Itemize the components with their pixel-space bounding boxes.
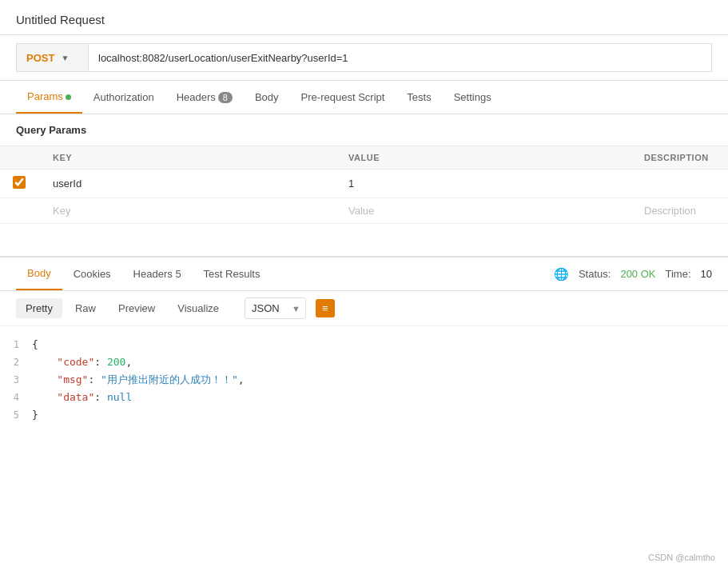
headers-badge: 8 <box>218 92 233 103</box>
response-tab-body[interactable]: Body <box>16 258 62 290</box>
placeholder-desc-cell[interactable]: Description <box>631 198 728 224</box>
json-type-select-wrap: JSON XML HTML Text ▼ <box>245 297 306 319</box>
table-row: userId 1 <box>0 170 728 198</box>
params-table: KEY VALUE DESCRIPTION userId 1 Key <box>0 146 728 224</box>
response-section: Body Cookies Headers 5 Test Results 🌐 St… <box>0 256 728 433</box>
response-tab-body-label: Body <box>27 267 51 279</box>
tab-headers-label: Headers <box>177 91 216 103</box>
code-line-3: 3 "msg": "用户推出附近的人成功！！", <box>0 371 728 389</box>
tab-body-label: Body <box>255 91 279 103</box>
code-area: 1 { 2 "code": 200, 3 "msg": "用户推出附近的人成功！… <box>0 326 728 433</box>
footer: CSDN @calmtho <box>648 553 715 562</box>
response-meta: 🌐 Status: 200 OK Time: 10 <box>554 267 712 282</box>
status-label: Status: <box>579 268 611 280</box>
tab-params-label: Params <box>27 90 63 102</box>
code-content-5: } <box>32 406 728 424</box>
method-label: POST <box>26 52 54 64</box>
col-header-key: KEY <box>40 146 336 170</box>
row-desc-cell[interactable] <box>631 170 728 198</box>
line-num-3: 3 <box>0 372 32 388</box>
line-num-5: 5 <box>0 407 32 423</box>
url-input[interactable] <box>88 43 712 72</box>
time-label: Time: <box>666 268 691 280</box>
response-tab-headers[interactable]: Headers 5 <box>122 258 193 289</box>
placeholder-check-cell <box>0 198 40 224</box>
time-value: 10 <box>701 268 712 280</box>
tab-body[interactable]: Body <box>244 82 290 113</box>
tab-settings[interactable]: Settings <box>443 82 503 113</box>
response-tab-headers-label: Headers <box>133 268 173 280</box>
tab-authorization-label: Authorization <box>93 91 154 103</box>
code-content-2: "code": 200, <box>32 353 728 371</box>
row-checkbox[interactable] <box>13 176 26 189</box>
tab-settings-label: Settings <box>454 91 491 103</box>
status-value: 200 OK <box>620 268 655 280</box>
col-header-value: VALUE <box>336 146 631 170</box>
placeholder-key-cell[interactable]: Key <box>40 198 336 224</box>
footer-text: CSDN @calmtho <box>648 553 715 562</box>
line-num-2: 2 <box>0 354 32 370</box>
tab-tests[interactable]: Tests <box>396 82 442 113</box>
page-title: Untitled Request <box>16 13 712 26</box>
format-pretty[interactable]: Pretty <box>16 298 62 318</box>
table-header-row: KEY VALUE DESCRIPTION <box>0 146 728 170</box>
response-tab-cookies[interactable]: Cookies <box>62 258 122 289</box>
tab-headers[interactable]: Headers8 <box>165 82 244 113</box>
row-value-cell[interactable]: 1 <box>336 170 631 198</box>
wrap-icon[interactable]: ≡ <box>316 299 335 317</box>
line-num-1: 1 <box>0 337 32 353</box>
query-params-section: Query Params KEY VALUE DESCRIPTION userI… <box>0 114 728 224</box>
code-content-3: "msg": "用户推出附近的人成功！！", <box>32 371 728 389</box>
code-line-5: 5 } <box>0 406 728 424</box>
placeholder-desc: Description <box>644 205 696 217</box>
tab-params[interactable]: Params <box>16 81 82 114</box>
col-header-check <box>0 146 40 170</box>
tab-authorization[interactable]: Authorization <box>82 82 165 113</box>
method-select[interactable]: POST ▼ <box>16 43 88 72</box>
response-tabs: Body Cookies Headers 5 Test Results 🌐 St… <box>0 258 728 291</box>
placeholder-value: Value <box>348 205 374 217</box>
method-dropdown-arrow: ▼ <box>61 54 69 62</box>
wrap-icon-symbol: ≡ <box>322 302 328 314</box>
response-tab-test-results-label: Test Results <box>204 268 261 280</box>
placeholder-key: Key <box>53 205 70 217</box>
json-type-select[interactable]: JSON XML HTML Text <box>245 298 287 318</box>
format-preview[interactable]: Preview <box>109 298 165 318</box>
code-content-4: "data": null <box>32 389 728 406</box>
query-params-title: Query Params <box>0 114 728 146</box>
json-select-arrow: ▼ <box>287 304 305 313</box>
request-tabs: Params Authorization Headers8 Body Pre-r… <box>0 81 728 114</box>
format-bar: Pretty Raw Preview Visualize JSON XML HT… <box>0 291 728 326</box>
row-key-cell[interactable]: userId <box>40 170 336 198</box>
format-visualize[interactable]: Visualize <box>168 298 229 318</box>
params-dot <box>66 94 71 100</box>
globe-icon: 🌐 <box>554 267 569 282</box>
tab-tests-label: Tests <box>407 91 431 103</box>
tab-pre-request-script[interactable]: Pre-request Script <box>290 82 396 113</box>
table-placeholder-row: Key Value Description <box>0 198 728 224</box>
response-tab-cookies-label: Cookies <box>74 268 111 280</box>
col-header-desc: DESCRIPTION <box>631 146 728 170</box>
line-num-4: 4 <box>0 389 32 405</box>
code-line-2: 2 "code": 200, <box>0 353 728 371</box>
tab-pre-request-label: Pre-request Script <box>301 91 385 103</box>
placeholder-value-cell[interactable]: Value <box>336 198 631 224</box>
response-tab-test-results[interactable]: Test Results <box>193 258 272 289</box>
response-headers-badge: 5 <box>175 268 181 280</box>
format-raw[interactable]: Raw <box>66 298 105 318</box>
url-bar: POST ▼ <box>0 35 728 81</box>
code-line-1: 1 { <box>0 336 728 353</box>
code-line-4: 4 "data": null <box>0 389 728 406</box>
row-checkbox-cell <box>0 170 40 198</box>
code-content-1: { <box>32 336 728 353</box>
title-bar: Untitled Request <box>0 0 728 35</box>
